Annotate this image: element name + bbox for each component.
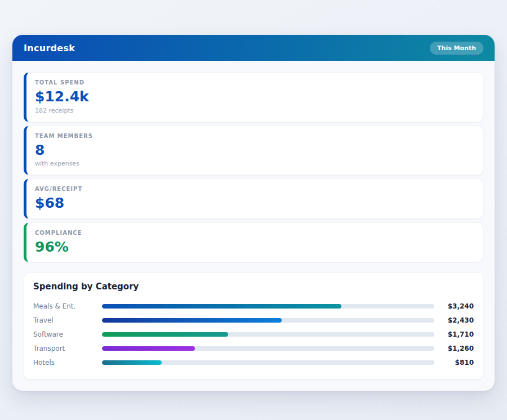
category-value: $810 — [434, 359, 474, 367]
bar-fill — [102, 332, 228, 337]
stat-card-team-members: TEAM MEMBERS 8 with expenses — [24, 126, 483, 176]
app-header: Incurdesk This Month — [12, 35, 495, 61]
category-value: $1,260 — [434, 345, 474, 352]
chart-row-travel: Travel $2,430 — [33, 313, 474, 327]
category-label: Travel — [33, 316, 102, 324]
bar-fill — [102, 304, 341, 309]
dashboard-content: TOTAL SPEND $12.4k 182 receipts TEAM MEM… — [12, 61, 495, 391]
chart-row-software: Software $1,710 — [33, 327, 474, 341]
category-label: Software — [33, 330, 102, 338]
category-value: $1,710 — [434, 330, 474, 338]
stat-value: $12.4k — [35, 89, 474, 105]
bar-fill — [102, 318, 282, 323]
app-card: Incurdesk This Month TOTAL SPEND $12.4k … — [12, 35, 495, 391]
period-badge[interactable]: This Month — [430, 42, 483, 55]
bar-track — [102, 360, 434, 365]
stat-label: TOTAL SPEND — [35, 79, 474, 86]
stat-subtext: 182 receipts — [35, 107, 474, 114]
bar-track — [102, 304, 434, 309]
stat-label: COMPLIANCE — [35, 230, 474, 236]
category-value: $3,240 — [434, 302, 474, 310]
category-value: $2,430 — [434, 316, 474, 324]
stat-card-compliance: COMPLIANCE 96% — [24, 222, 483, 263]
stat-subtext: with expenses — [35, 160, 474, 167]
stat-card-total-spend: TOTAL SPEND $12.4k 182 receipts — [24, 72, 483, 122]
stat-value: 8 — [35, 142, 474, 158]
chart-title: Spending by Category — [33, 282, 474, 292]
category-label: Hotels — [33, 359, 102, 367]
bar-track — [102, 346, 434, 351]
category-label: Meals & Ent. — [33, 302, 102, 310]
stat-label: TEAM MEMBERS — [35, 133, 474, 139]
bar-fill — [102, 346, 195, 351]
chart-row-transport: Transport $1,260 — [33, 341, 474, 355]
chart-row-hotels: Hotels $810 — [33, 355, 474, 369]
spending-by-category-card: Spending by Category Meals & Ent. $3,240… — [24, 272, 483, 379]
stat-card-avg-receipt: AVG/RECEIPT $68 — [24, 178, 483, 219]
bar-fill — [102, 360, 162, 365]
stat-value: $68 — [35, 195, 474, 211]
bar-track — [102, 318, 434, 323]
bar-track — [102, 332, 434, 337]
app-title: Incurdesk — [24, 43, 75, 53]
category-label: Transport — [33, 345, 102, 352]
chart-row-meals: Meals & Ent. $3,240 — [33, 299, 474, 313]
stat-label: AVG/RECEIPT — [35, 186, 474, 192]
stat-value: 96% — [35, 239, 474, 255]
